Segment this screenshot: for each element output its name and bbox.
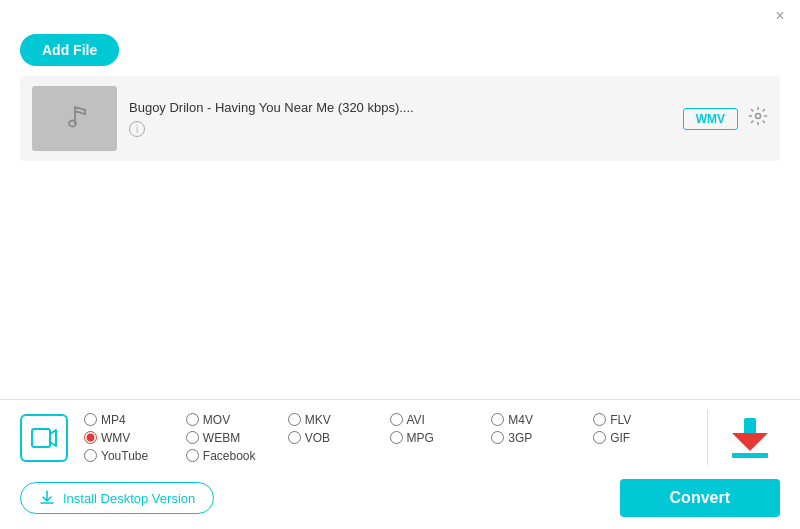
file-actions: WMV xyxy=(683,106,768,131)
format-option-wmv[interactable]: WMV xyxy=(84,431,186,445)
format-option-avi[interactable]: AVI xyxy=(390,413,492,427)
add-file-button[interactable]: Add File xyxy=(20,34,119,66)
format-option-vob[interactable]: VOB xyxy=(288,431,390,445)
close-button[interactable]: × xyxy=(772,8,788,24)
header: Add File xyxy=(0,28,800,76)
bottom-section: MP4 MOV MKV AVI M4V FLV WMV WEBM xyxy=(0,399,800,529)
format-badge[interactable]: WMV xyxy=(683,108,738,130)
file-info: Bugoy Drilon - Having You Near Me (320 k… xyxy=(129,100,671,138)
title-bar: × xyxy=(0,0,800,28)
svg-rect-2 xyxy=(32,429,50,447)
file-list: Bugoy Drilon - Having You Near Me (320 k… xyxy=(0,76,800,161)
convert-button[interactable]: Convert xyxy=(620,479,780,517)
download-icon xyxy=(39,490,55,506)
file-item: Bugoy Drilon - Having You Near Me (320 k… xyxy=(20,76,780,161)
format-grid: MP4 MOV MKV AVI M4V FLV WMV WEBM xyxy=(84,413,695,463)
format-option-facebook[interactable]: Facebook xyxy=(186,449,288,463)
file-thumbnail xyxy=(32,86,117,151)
install-desktop-button[interactable]: Install Desktop Version xyxy=(20,482,214,514)
music-icon xyxy=(55,99,95,139)
format-option-youtube[interactable]: YouTube xyxy=(84,449,186,463)
format-selector: MP4 MOV MKV AVI M4V FLV WMV WEBM xyxy=(0,400,800,471)
file-name: Bugoy Drilon - Having You Near Me (320 k… xyxy=(129,100,671,115)
format-option-flv[interactable]: FLV xyxy=(593,413,695,427)
download-arrow-icon xyxy=(720,418,780,458)
format-option-3gp[interactable]: 3GP xyxy=(491,431,593,445)
format-option-mp4[interactable]: MP4 xyxy=(84,413,186,427)
divider xyxy=(707,410,708,465)
format-option-mov[interactable]: MOV xyxy=(186,413,288,427)
video-format-icon xyxy=(20,414,68,462)
format-option-mpg[interactable]: MPG xyxy=(390,431,492,445)
svg-point-1 xyxy=(756,114,761,119)
main-content xyxy=(0,161,800,401)
settings-icon[interactable] xyxy=(748,106,768,131)
format-option-m4v[interactable]: M4V xyxy=(491,413,593,427)
bottom-bar: Install Desktop Version Convert xyxy=(0,471,800,529)
format-option-webm[interactable]: WEBM xyxy=(186,431,288,445)
format-option-gif[interactable]: GIF xyxy=(593,431,695,445)
info-icon[interactable]: i xyxy=(129,121,145,137)
format-option-mkv[interactable]: MKV xyxy=(288,413,390,427)
